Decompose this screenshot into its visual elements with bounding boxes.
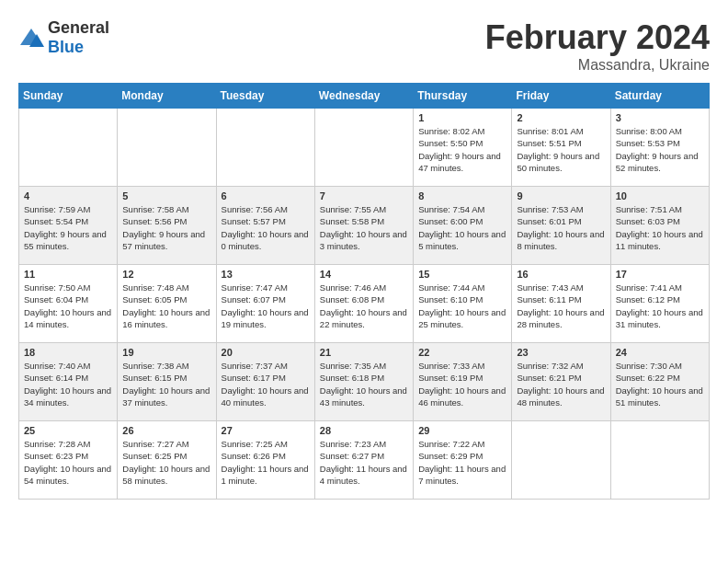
day-cell: 29Sunrise: 7:22 AM Sunset: 6:29 PM Dayli… [414, 421, 512, 500]
day-cell [610, 421, 709, 500]
day-number: 17 [616, 269, 704, 280]
day-number: 11 [24, 269, 112, 280]
day-cell: 1Sunrise: 8:02 AM Sunset: 5:50 PM Daylig… [414, 109, 512, 187]
header: General Blue February 2024 Massandra, Uk… [18, 18, 710, 74]
day-cell: 18Sunrise: 7:40 AM Sunset: 6:14 PM Dayli… [19, 343, 118, 421]
day-cell [512, 421, 610, 500]
day-number: 4 [24, 190, 112, 201]
day-info: Sunrise: 7:46 AM Sunset: 6:08 PM Dayligh… [320, 282, 408, 330]
day-info: Sunrise: 8:00 AM Sunset: 5:53 PM Dayligh… [616, 125, 704, 174]
day-info: Sunrise: 7:54 AM Sunset: 6:00 PM Dayligh… [418, 203, 506, 252]
day-cell [314, 109, 413, 187]
day-number: 15 [418, 269, 506, 280]
logo: General Blue [18, 18, 109, 57]
day-cell: 26Sunrise: 7:27 AM Sunset: 6:25 PM Dayli… [118, 421, 216, 500]
day-info: Sunrise: 7:25 AM Sunset: 6:26 PM Dayligh… [222, 438, 310, 487]
day-info: Sunrise: 7:22 AM Sunset: 6:29 PM Dayligh… [418, 438, 506, 487]
day-cell: 20Sunrise: 7:37 AM Sunset: 6:17 PM Dayli… [216, 343, 314, 421]
calendar-title: February 2024 [485, 18, 710, 57]
day-number: 24 [616, 347, 704, 358]
week-row-0: 1Sunrise: 8:02 AM Sunset: 5:50 PM Daylig… [19, 109, 710, 187]
day-info: Sunrise: 7:55 AM Sunset: 5:58 PM Dayligh… [320, 203, 408, 252]
day-number: 27 [222, 425, 310, 436]
week-row-4: 25Sunrise: 7:28 AM Sunset: 6:23 PM Dayli… [19, 421, 710, 500]
logo-icon [18, 27, 44, 49]
day-info: Sunrise: 7:48 AM Sunset: 6:05 PM Dayligh… [122, 282, 210, 330]
day-cell: 9Sunrise: 7:53 AM Sunset: 6:01 PM Daylig… [512, 187, 610, 265]
day-cell: 28Sunrise: 7:23 AM Sunset: 6:27 PM Dayli… [314, 421, 413, 500]
day-info: Sunrise: 7:37 AM Sunset: 6:17 PM Dayligh… [222, 360, 310, 408]
day-cell: 17Sunrise: 7:41 AM Sunset: 6:12 PM Dayli… [610, 265, 709, 343]
day-cell: 2Sunrise: 8:01 AM Sunset: 5:51 PM Daylig… [512, 109, 610, 187]
day-cell: 25Sunrise: 7:28 AM Sunset: 6:23 PM Dayli… [19, 421, 118, 500]
day-info: Sunrise: 7:43 AM Sunset: 6:11 PM Dayligh… [517, 282, 605, 330]
calendar-subtitle: Massandra, Ukraine [485, 57, 710, 74]
day-info: Sunrise: 7:27 AM Sunset: 6:25 PM Dayligh… [122, 438, 210, 487]
day-number: 14 [320, 269, 408, 280]
day-number: 28 [320, 425, 408, 436]
day-number: 8 [418, 190, 506, 201]
day-number: 20 [222, 347, 310, 358]
day-cell [216, 109, 314, 187]
day-number: 16 [517, 269, 605, 280]
day-info: Sunrise: 7:23 AM Sunset: 6:27 PM Dayligh… [320, 438, 408, 487]
calendar-header: SundayMondayTuesdayWednesdayThursdayFrid… [19, 84, 710, 109]
day-cell: 4Sunrise: 7:59 AM Sunset: 5:54 PM Daylig… [19, 187, 118, 265]
day-info: Sunrise: 7:50 AM Sunset: 6:04 PM Dayligh… [24, 282, 112, 330]
day-info: Sunrise: 7:51 AM Sunset: 6:03 PM Dayligh… [616, 203, 704, 252]
day-number: 1 [418, 112, 506, 123]
day-info: Sunrise: 7:28 AM Sunset: 6:23 PM Dayligh… [24, 438, 112, 487]
calendar-table: SundayMondayTuesdayWednesdayThursdayFrid… [18, 83, 710, 500]
header-cell-saturday: Saturday [610, 84, 709, 109]
day-cell: 19Sunrise: 7:38 AM Sunset: 6:15 PM Dayli… [118, 343, 216, 421]
day-cell: 21Sunrise: 7:35 AM Sunset: 6:18 PM Dayli… [314, 343, 413, 421]
header-cell-wednesday: Wednesday [314, 84, 413, 109]
day-cell: 14Sunrise: 7:46 AM Sunset: 6:08 PM Dayli… [314, 265, 413, 343]
day-info: Sunrise: 7:47 AM Sunset: 6:07 PM Dayligh… [222, 282, 310, 330]
header-cell-sunday: Sunday [19, 84, 118, 109]
day-cell: 16Sunrise: 7:43 AM Sunset: 6:11 PM Dayli… [512, 265, 610, 343]
day-info: Sunrise: 7:44 AM Sunset: 6:10 PM Dayligh… [418, 282, 506, 330]
day-number: 2 [517, 112, 605, 123]
week-row-1: 4Sunrise: 7:59 AM Sunset: 5:54 PM Daylig… [19, 187, 710, 265]
day-cell: 5Sunrise: 7:58 AM Sunset: 5:56 PM Daylig… [118, 187, 216, 265]
day-number: 5 [122, 190, 210, 201]
day-number: 13 [222, 269, 310, 280]
day-cell: 15Sunrise: 7:44 AM Sunset: 6:10 PM Dayli… [414, 265, 512, 343]
day-info: Sunrise: 7:33 AM Sunset: 6:19 PM Dayligh… [418, 360, 506, 408]
day-number: 29 [418, 425, 506, 436]
day-number: 19 [122, 347, 210, 358]
day-info: Sunrise: 7:58 AM Sunset: 5:56 PM Dayligh… [122, 203, 210, 252]
day-cell: 22Sunrise: 7:33 AM Sunset: 6:19 PM Dayli… [414, 343, 512, 421]
day-number: 23 [517, 347, 605, 358]
week-row-3: 18Sunrise: 7:40 AM Sunset: 6:14 PM Dayli… [19, 343, 710, 421]
day-number: 7 [320, 190, 408, 201]
header-cell-thursday: Thursday [414, 84, 512, 109]
day-number: 6 [222, 190, 310, 201]
day-info: Sunrise: 7:38 AM Sunset: 6:15 PM Dayligh… [122, 360, 210, 408]
day-info: Sunrise: 7:59 AM Sunset: 5:54 PM Dayligh… [24, 203, 112, 252]
day-number: 21 [320, 347, 408, 358]
day-cell: 7Sunrise: 7:55 AM Sunset: 5:58 PM Daylig… [314, 187, 413, 265]
day-info: Sunrise: 8:01 AM Sunset: 5:51 PM Dayligh… [517, 125, 605, 174]
logo-blue: Blue [48, 38, 84, 56]
day-number: 9 [517, 190, 605, 201]
header-row: SundayMondayTuesdayWednesdayThursdayFrid… [19, 84, 710, 109]
day-cell: 8Sunrise: 7:54 AM Sunset: 6:00 PM Daylig… [414, 187, 512, 265]
day-cell [19, 109, 118, 187]
day-info: Sunrise: 7:53 AM Sunset: 6:01 PM Dayligh… [517, 203, 605, 252]
day-info: Sunrise: 7:40 AM Sunset: 6:14 PM Dayligh… [24, 360, 112, 408]
day-cell: 3Sunrise: 8:00 AM Sunset: 5:53 PM Daylig… [610, 109, 709, 187]
day-number: 26 [122, 425, 210, 436]
day-cell: 27Sunrise: 7:25 AM Sunset: 6:26 PM Dayli… [216, 421, 314, 500]
day-info: Sunrise: 7:35 AM Sunset: 6:18 PM Dayligh… [320, 360, 408, 408]
day-number: 3 [616, 112, 704, 123]
day-cell [118, 109, 216, 187]
week-row-2: 11Sunrise: 7:50 AM Sunset: 6:04 PM Dayli… [19, 265, 710, 343]
day-number: 22 [418, 347, 506, 358]
day-number: 12 [122, 269, 210, 280]
day-info: Sunrise: 8:02 AM Sunset: 5:50 PM Dayligh… [418, 125, 506, 174]
day-number: 10 [616, 190, 704, 201]
day-cell: 23Sunrise: 7:32 AM Sunset: 6:21 PM Dayli… [512, 343, 610, 421]
title-section: February 2024 Massandra, Ukraine [485, 18, 710, 74]
